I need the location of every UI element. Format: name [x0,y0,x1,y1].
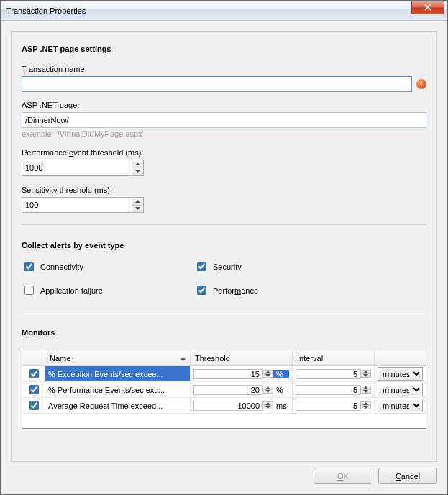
monitors-grid: Name Threshold Interval % Exception Even… [22,350,426,429]
spin-down[interactable] [263,406,273,409]
row-threshold-cell[interactable]: % [191,382,293,398]
interval-unit-select[interactable]: minutes [378,383,423,396]
checkbox-security[interactable]: Security [194,260,426,273]
checkbox-connectivity-input[interactable] [24,262,34,271]
dialog-body: ASP .NET page settings Transaction name:… [1,21,447,494]
validation-warning-icon: ! [416,79,426,89]
spin-down[interactable] [361,390,370,393]
spin-buttons[interactable] [262,401,273,409]
spin-buttons[interactable] [132,160,144,176]
ok-button[interactable]: OK [314,468,372,484]
label-transaction-name: Transaction name: [22,65,426,73]
spin-down[interactable] [263,390,273,393]
table-row[interactable]: Average Request Time exceed...msminutes [22,398,426,414]
row-enabled-checkbox[interactable] [29,385,39,394]
interval-input[interactable] [296,401,360,411]
row-interval-unit-cell[interactable]: minutes [375,382,426,398]
asp-page-hint: example: '/VirtualDir/MyPage.aspx' [22,130,426,138]
checkbox-security-input[interactable] [197,262,206,271]
checkbox-performance[interactable]: Performance [194,283,426,297]
sens-threshold-input[interactable] [22,197,132,213]
grid-header: Name Threshold Interval [22,350,426,366]
row-enabled-cell[interactable] [22,366,45,382]
row-enabled-checkbox[interactable] [29,369,39,378]
col-header-enabled[interactable] [22,350,45,365]
spin-down[interactable] [263,374,273,377]
asp-page-input[interactable] [22,112,426,128]
transaction-name-input[interactable] [22,76,412,92]
row-name-cell: Average Request Time exceed... [45,398,191,414]
spin-up[interactable] [132,160,143,168]
spin-buttons[interactable] [360,370,371,378]
spin-buttons[interactable] [132,197,144,213]
dialog-transaction-properties: Transaction Properties ASP .NET page set… [0,0,448,495]
spin-up[interactable] [132,198,143,206]
row-enabled-cell[interactable] [22,398,45,414]
threshold-input[interactable] [193,385,262,395]
perf-threshold-spinner[interactable] [22,160,144,176]
sort-asc-icon [180,357,186,360]
close-button[interactable] [411,1,444,14]
checkbox-performance-input[interactable] [197,286,206,295]
row-enabled-cell[interactable] [22,382,45,398]
label-asp-page: ASP .NET page: [22,101,426,109]
interval-input[interactable] [296,385,360,395]
spin-down[interactable] [132,168,143,176]
threshold-unit: % [273,386,289,394]
interval-unit-select[interactable]: minutes [378,367,423,381]
threshold-unit: % [273,370,289,378]
spin-buttons[interactable] [360,386,371,394]
row-name-cell: % Exception Events/sec excee... [45,366,191,382]
row-name-cell: % Performance Events/sec exc... [45,382,191,398]
col-header-interval[interactable]: Interval [293,350,375,365]
row-threshold-cell[interactable]: ms [191,398,293,414]
alert-type-grid: Connectivity Security Application failur… [22,260,426,297]
cancel-button[interactable]: Cancel [378,468,437,484]
col-header-interval-unit[interactable] [375,350,426,365]
perf-threshold-input[interactable] [22,160,132,176]
close-icon [424,4,432,11]
interval-unit-select[interactable]: minutes [378,399,423,412]
label-perf-threshold: Performance event threshold (ms): [22,148,426,157]
row-enabled-checkbox[interactable] [29,401,39,410]
table-row[interactable]: % Performance Events/sec exc...%minutes [22,382,426,398]
sens-threshold-spinner[interactable] [22,197,144,213]
section-title-alerts: Collect alerts by event type [22,241,426,250]
divider [22,312,426,312]
interval-input[interactable] [296,369,360,379]
row-interval-cell[interactable] [293,382,375,398]
dialog-footer: OK Cancel [11,462,437,484]
threshold-input[interactable] [193,401,262,411]
content-panel: ASP .NET page settings Transaction name:… [11,31,437,462]
section-title-monitors: Monitors [22,328,426,337]
spin-down[interactable] [361,374,370,377]
row-interval-unit-cell[interactable]: minutes [375,398,426,414]
row-threshold-cell[interactable]: % [191,366,293,382]
row-interval-unit-cell[interactable]: minutes [375,366,426,382]
spin-down[interactable] [132,206,143,213]
grid-body: % Exception Events/sec excee...%minutes%… [22,366,426,428]
window-title: Transaction Properties [6,6,411,15]
col-header-name[interactable]: Name [45,350,191,365]
spin-buttons[interactable] [262,370,273,378]
spin-buttons[interactable] [262,386,273,394]
checkbox-connectivity[interactable]: Connectivity [22,260,194,273]
row-interval-cell[interactable] [293,398,375,414]
threshold-input[interactable] [193,369,262,379]
checkbox-app-failure-input[interactable] [24,286,34,295]
checkbox-app-failure[interactable]: Application failure [22,283,194,297]
titlebar: Transaction Properties [1,1,447,21]
threshold-unit: ms [273,401,289,410]
spin-buttons[interactable] [360,401,371,409]
divider [22,224,426,225]
label-sens-threshold: Sensitivity threshold (ms): [22,186,426,194]
table-row[interactable]: % Exception Events/sec excee...%minutes [22,366,426,382]
section-title-page-settings: ASP .NET page settings [22,45,426,53]
row-interval-cell[interactable] [293,366,375,382]
spin-down[interactable] [361,406,370,409]
col-header-threshold[interactable]: Threshold [191,350,293,365]
